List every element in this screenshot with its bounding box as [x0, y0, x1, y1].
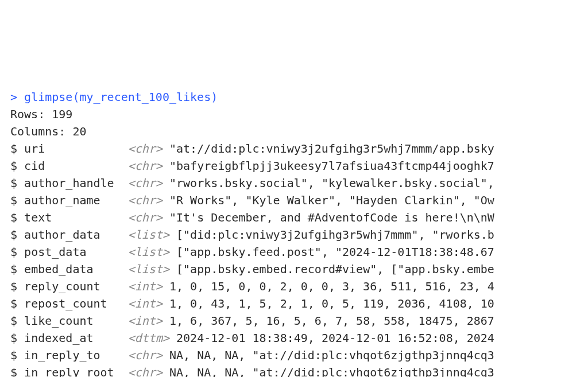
rows-label: Rows:	[10, 107, 52, 121]
glimpse-row: $ uri <chr> "at://did:plc:vniwy3j2ufgihg…	[10, 140, 588, 157]
column-values: 1, 0, 43, 1, 5, 2, 1, 0, 5, 119, 2036, 4…	[163, 297, 494, 310]
column-name: like_count	[24, 314, 93, 328]
column-values: "bafyreigbflpjj3ukeesy7l7afsiua43ftcmp44…	[163, 159, 494, 173]
dollar-sign: $	[10, 314, 24, 328]
column-type: <list>	[121, 245, 169, 259]
column-values: "at://did:plc:vniwy3j2ufgihg3r5whj7mmm/a…	[163, 142, 494, 156]
column-type: <int>	[121, 314, 163, 328]
column-name: reply_count	[24, 279, 100, 293]
column-name: cid	[24, 159, 45, 173]
column-values: 2024-12-01 18:38:49, 2024-12-01 16:52:08…	[169, 331, 494, 345]
column-pad	[94, 262, 121, 276]
column-pad	[100, 193, 121, 207]
column-pad	[100, 279, 121, 293]
column-name: in_reply_to	[24, 348, 100, 362]
dollar-sign: $	[10, 245, 24, 259]
glimpse-row: $ like_count <int> 1, 6, 367, 5, 16, 5, …	[10, 312, 588, 329]
column-pad	[86, 245, 121, 259]
column-name: author_data	[24, 228, 100, 242]
column-values: ["did:plc:vniwy3j2ufgihg3r5whj7mmm", "rw…	[169, 228, 494, 242]
column-pad	[94, 331, 121, 345]
column-pad	[114, 366, 121, 377]
column-values: "R Works", "Kyle Walker", "Hayden Clarki…	[163, 193, 494, 207]
column-name: author_handle	[24, 176, 114, 190]
column-values: 1, 0, 15, 0, 0, 2, 0, 0, 3, 36, 511, 516…	[163, 279, 494, 293]
column-type: <int>	[121, 279, 163, 293]
column-values: NA, NA, NA, "at://did:plc:vhqot6zjgthp3j…	[163, 366, 494, 377]
dollar-sign: $	[10, 366, 24, 377]
column-type: <chr>	[121, 366, 163, 377]
glimpse-row: $ embed_data <list> ["app.bsky.embed.rec…	[10, 261, 588, 278]
dollar-sign: $	[10, 193, 24, 207]
dollar-sign: $	[10, 262, 24, 276]
column-values: 1, 6, 367, 5, 16, 5, 6, 7, 58, 558, 1847…	[163, 314, 494, 328]
glimpse-row: $ author_name <chr> "R Works", "Kyle Wal…	[10, 192, 588, 209]
cols-label: Columns:	[10, 125, 72, 138]
column-name: uri	[24, 142, 45, 156]
glimpse-row: $ reply_count <int> 1, 0, 15, 0, 0, 2, 0…	[10, 278, 588, 295]
command-text: glimpse(my_recent_100_likes)	[24, 90, 218, 104]
column-values: "It's December, and #AdventofCode is her…	[163, 211, 494, 224]
glimpse-row: $ indexed_at <dttm> 2024-12-01 18:38:49,…	[10, 329, 588, 347]
column-pad	[45, 142, 121, 156]
column-type: <list>	[121, 228, 169, 242]
glimpse-row: $ in_reply_to <chr> NA, NA, NA, "at://di…	[10, 347, 588, 364]
column-type: <chr>	[121, 193, 163, 207]
column-pad	[52, 211, 121, 224]
column-pad	[107, 297, 121, 310]
column-name: embed_data	[24, 262, 93, 276]
rows-line: Rows: 199	[10, 106, 588, 123]
column-values: NA, NA, NA, "at://did:plc:vhqot6zjgthp3j…	[163, 348, 494, 362]
column-pad	[45, 159, 121, 173]
column-name: post_data	[24, 245, 86, 259]
dollar-sign: $	[10, 176, 24, 190]
dollar-sign: $	[10, 142, 24, 156]
dollar-sign: $	[10, 211, 24, 224]
glimpse-row: $ author_handle <chr> "rworks.bsky.socia…	[10, 174, 588, 192]
column-values: "rworks.bsky.social", "kylewalker.bsky.s…	[163, 176, 501, 190]
column-values: ["app.bsky.feed.post", "2024-12-01T18:38…	[169, 245, 494, 259]
cols-value: 20	[72, 125, 86, 138]
glimpse-row: $ in_reply_root <chr> NA, NA, NA, "at://…	[10, 364, 588, 377]
glimpse-row: $ author_data <list> ["did:plc:vniwy3j2u…	[10, 226, 588, 243]
column-type: <dttm>	[121, 331, 169, 345]
column-type: <int>	[121, 297, 163, 310]
column-name: repost_count	[24, 297, 107, 310]
column-values: ["app.bsky.embed.record#view", ["app.bsk…	[169, 262, 494, 276]
column-pad	[114, 176, 121, 190]
glimpse-row: $ post_data <list> ["app.bsky.feed.post"…	[10, 243, 588, 261]
dollar-sign: $	[10, 279, 24, 293]
dollar-sign: $	[10, 348, 24, 362]
column-type: <list>	[121, 262, 169, 276]
glimpse-row: $ cid <chr> "bafyreigbflpjj3ukeesy7l7afs…	[10, 157, 588, 174]
dollar-sign: $	[10, 331, 24, 345]
rows-value: 199	[52, 107, 72, 121]
column-name: author_name	[24, 193, 100, 207]
column-pad	[94, 314, 121, 328]
column-type: <chr>	[121, 348, 163, 362]
column-type: <chr>	[121, 211, 163, 224]
prompt-symbol: >	[10, 90, 24, 104]
column-type: <chr>	[121, 142, 163, 156]
column-pad	[100, 228, 121, 242]
dollar-sign: $	[10, 228, 24, 242]
dollar-sign: $	[10, 297, 24, 310]
glimpse-body: $ uri <chr> "at://did:plc:vniwy3j2ufgihg…	[10, 140, 588, 377]
columns-line: Columns: 20	[10, 123, 588, 140]
column-type: <chr>	[121, 176, 163, 190]
dollar-sign: $	[10, 159, 24, 173]
column-pad	[100, 348, 121, 362]
glimpse-row: $ repost_count <int> 1, 0, 43, 1, 5, 2, …	[10, 295, 588, 312]
column-type: <chr>	[121, 159, 163, 173]
column-name: in_reply_root	[24, 366, 114, 377]
column-name: text	[24, 211, 52, 224]
command-line: > glimpse(my_recent_100_likes)	[10, 88, 588, 106]
column-name: indexed_at	[24, 331, 93, 345]
glimpse-row: $ text <chr> "It's December, and #Advent…	[10, 209, 588, 226]
r-console-output: > glimpse(my_recent_100_likes)Rows: 199C…	[0, 86, 588, 377]
